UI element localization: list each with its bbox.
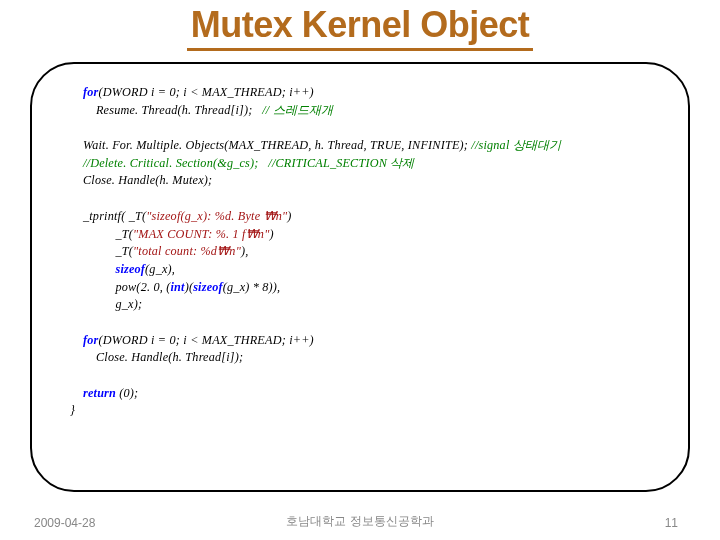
footer: 2009-04-28 호남대학교 정보통신공학과 11 <box>0 508 720 530</box>
code-block: for(DWORD i = 0; i < MAX_THREAD; i++) Re… <box>70 84 662 420</box>
code-text: Close. Handle(h. Mutex); <box>70 173 212 187</box>
code-string: "sizeof(g_x): %d. Byte ₩n" <box>146 209 287 223</box>
kw-return: return <box>83 386 116 400</box>
title-text: Mutex Kernel Object <box>187 4 534 51</box>
code-text: (g_x) * 8)), <box>223 280 281 294</box>
code-text: pow(2. 0, ( <box>70 280 170 294</box>
code-text: )( <box>185 280 194 294</box>
code-text: ), <box>241 244 249 258</box>
code-text: _T( <box>70 227 133 241</box>
code-string: "MAX COUNT: %. 1 f₩n" <box>133 227 269 241</box>
code-text: _tprintf( _T( <box>70 209 146 223</box>
code-text: } <box>70 403 75 417</box>
kw-for: for <box>83 85 99 99</box>
kw-for: for <box>83 333 99 347</box>
kw-int: int <box>170 280 184 294</box>
code-string: "total count: %d₩n" <box>133 244 241 258</box>
code-text: (0); <box>116 386 138 400</box>
footer-org: 호남대학교 정보통신공학과 <box>0 513 720 530</box>
code-comment: //CRITICAL_SECTION 삭제 <box>268 156 414 170</box>
code-text: ) <box>269 227 273 241</box>
kw-sizeof: sizeof <box>193 280 223 294</box>
code-text: (DWORD i = 0; i < MAX_THREAD; i++) <box>99 85 314 99</box>
kw-sizeof: sizeof <box>115 262 145 276</box>
code-text: _T( <box>70 244 133 258</box>
code-text: ) <box>287 209 291 223</box>
code-text: (DWORD i = 0; i < MAX_THREAD; i++) <box>99 333 314 347</box>
slide-title: Mutex Kernel Object <box>0 0 720 51</box>
footer-page: 11 <box>665 516 678 530</box>
code-text: Wait. For. Multiple. Objects(MAX_THREAD,… <box>70 138 471 152</box>
code-text: Close. Handle(h. Thread[i]); <box>70 350 243 364</box>
code-comment: //Delete. Critical. Section(&g_cs); <box>83 156 268 170</box>
code-text: (g_x), <box>145 262 175 276</box>
code-box: for(DWORD i = 0; i < MAX_THREAD; i++) Re… <box>30 62 690 492</box>
code-comment: //signal 상태대기 <box>471 138 561 152</box>
code-text: g_x); <box>70 297 142 311</box>
code-text: Resume. Thread(h. Thread[i]); <box>70 103 262 117</box>
code-comment: // 스레드재개 <box>262 103 333 117</box>
slide: Mutex Kernel Object for(DWORD i = 0; i <… <box>0 0 720 540</box>
